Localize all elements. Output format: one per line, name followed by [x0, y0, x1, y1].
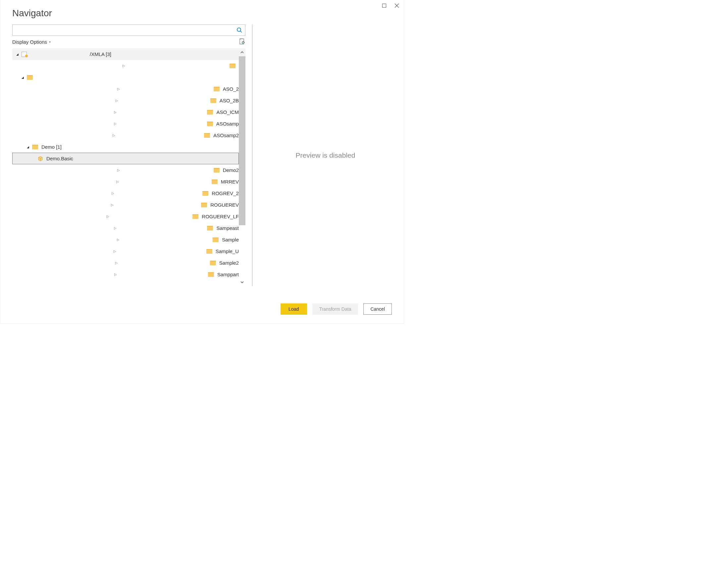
expand-toggle[interactable] [26, 226, 205, 230]
tree-scrollbar[interactable] [239, 48, 245, 286]
tree-item[interactable]: Demo2 [12, 164, 239, 176]
scroll-up-arrow[interactable] [239, 48, 245, 56]
database-icon [22, 52, 27, 57]
tree-item[interactable]: ASO_2 [12, 83, 239, 95]
search-box[interactable] [12, 25, 245, 36]
tree-item-label: Demo2 [223, 167, 239, 173]
expand-toggle[interactable] [26, 249, 204, 253]
tree-item-label: ROGUEREV [210, 202, 239, 208]
folder-icon [213, 237, 218, 242]
pane-divider[interactable] [252, 25, 252, 286]
folder-icon [207, 226, 213, 231]
folder-icon [230, 64, 235, 68]
transform-data-button: Transform Data [312, 303, 358, 315]
folder-icon [204, 133, 210, 138]
expand-toggle[interactable] [26, 145, 30, 149]
tree-item[interactable]: ASO_ICM [12, 106, 239, 118]
folder-icon [206, 249, 212, 254]
folder-icon [214, 87, 219, 92]
expand-toggle[interactable] [26, 99, 208, 102]
tree-item-selected[interactable]: Demo.Basic [12, 153, 239, 164]
tree-item-label: Sampeast [216, 225, 239, 231]
navigator-tree[interactable]: /XMLA [3] ASO_2 [12, 48, 239, 286]
expand-toggle[interactable] [20, 76, 25, 79]
expand-toggle[interactable] [26, 203, 199, 207]
tree-item[interactable] [12, 60, 239, 72]
expand-toggle[interactable] [26, 273, 206, 276]
folder-icon [192, 214, 199, 219]
tree-item[interactable]: Sampeast [12, 222, 239, 234]
folder-icon [208, 272, 214, 277]
folder-icon [210, 261, 216, 265]
tree-item-label: ASOsamp [216, 121, 239, 127]
expand-toggle[interactable] [26, 192, 200, 195]
maximize-icon[interactable] [382, 3, 387, 8]
folder-icon [207, 110, 213, 115]
tree-item-label: ASOsamp2 [213, 132, 239, 138]
search-input[interactable] [12, 25, 234, 35]
expand-toggle[interactable] [26, 133, 202, 137]
preview-disabled-message: Preview is disabled [296, 151, 355, 159]
expand-toggle[interactable] [26, 122, 205, 126]
scroll-down-arrow[interactable] [239, 278, 245, 286]
folder-icon [202, 191, 208, 196]
tree-item[interactable]: ROGREV_2 [12, 187, 239, 199]
tree-item-label: Samppart [217, 272, 239, 277]
tree-item[interactable] [12, 72, 239, 83]
refresh-preview-icon[interactable] [239, 39, 245, 45]
folder-icon [32, 145, 38, 149]
load-button[interactable]: Load [281, 303, 307, 315]
tree-item-label: ASO_2 [223, 86, 239, 92]
expand-toggle[interactable] [20, 64, 228, 68]
expand-toggle[interactable] [26, 87, 212, 91]
tree-item[interactable]: Demo [1] [12, 141, 239, 153]
tree-item-label: Sample [222, 237, 239, 243]
tree-item[interactable]: MRREV [12, 176, 239, 187]
expand-toggle[interactable] [26, 180, 210, 183]
expand-toggle[interactable] [26, 261, 208, 265]
scroll-track[interactable] [239, 56, 245, 278]
folder-icon [214, 168, 219, 173]
chevron-down-icon: ▾ [49, 40, 51, 44]
tree-item[interactable]: Sample [12, 234, 239, 246]
folder-icon [27, 75, 33, 80]
tree-item-label: ASO_ICM [216, 109, 239, 115]
preview-pane: Preview is disabled [253, 25, 398, 286]
folder-icon [207, 122, 213, 126]
display-options-label: Display Options [12, 39, 47, 45]
tree-item[interactable]: Samppart [12, 269, 239, 280]
tree-item[interactable]: ROGUEREV [12, 199, 239, 211]
tree-item[interactable]: ASO_2B [12, 95, 239, 106]
tree-item-label: /XMLA [3] [90, 51, 111, 57]
tree-item[interactable]: ASOsamp2 [12, 129, 239, 141]
tree-item-label: ROGUEREV_LF [202, 213, 239, 219]
folder-icon [210, 98, 216, 103]
tree-item-label: ASO_2B [219, 98, 239, 103]
cube-icon [38, 156, 43, 161]
tree-item[interactable]: Sample2 [12, 257, 239, 269]
tree-item-label: ROGREV_2 [212, 191, 239, 196]
dialog-title: Navigator [0, 0, 404, 25]
expand-toggle[interactable] [26, 238, 211, 242]
expand-toggle[interactable] [26, 168, 212, 172]
folder-icon [212, 179, 217, 184]
display-options-dropdown[interactable]: Display Options ▾ [12, 39, 51, 45]
search-icon[interactable] [234, 25, 245, 35]
tree-root[interactable]: /XMLA [3] [12, 48, 239, 60]
tree-item[interactable]: Sample_U [12, 246, 239, 257]
expand-toggle[interactable] [26, 214, 190, 218]
tree-item[interactable]: ASOsamp [12, 118, 239, 129]
svg-point-3 [237, 28, 241, 31]
tree-item-label: Demo.Basic [46, 156, 73, 161]
expand-toggle[interactable] [26, 110, 205, 114]
close-icon[interactable] [394, 3, 399, 8]
tree-item[interactable]: ROGUEREV_LF [12, 211, 239, 222]
scroll-thumb[interactable] [239, 56, 245, 225]
svg-rect-0 [383, 4, 386, 8]
tree-item-label: MRREV [221, 179, 239, 184]
tree-item-label: Demo [1] [42, 144, 61, 150]
folder-icon [201, 203, 207, 207]
svg-line-4 [240, 31, 242, 33]
cancel-button[interactable]: Cancel [363, 303, 392, 315]
expand-toggle[interactable] [15, 52, 20, 56]
